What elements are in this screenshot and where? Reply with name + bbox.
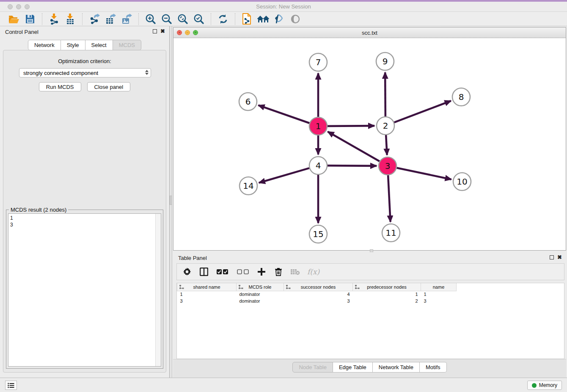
toolbar-separator	[211, 13, 211, 25]
zoom-selected-icon[interactable]	[193, 13, 205, 25]
select-all-icon[interactable]	[216, 267, 229, 277]
tab-mcds[interactable]: MCDS	[113, 40, 141, 50]
split-columns-icon[interactable]	[199, 267, 209, 277]
node-label-4: 4	[316, 160, 321, 171]
node-label-15: 15	[313, 229, 323, 239]
import-table-icon[interactable]	[64, 13, 77, 25]
column-type-icon	[286, 285, 291, 290]
network-graph-svg: 7968124314101511	[173, 39, 566, 250]
network-window-title: scc.txt	[173, 30, 566, 36]
hide-annotations-icon[interactable]	[273, 13, 286, 25]
column-header-shared-name[interactable]: shared name	[177, 283, 237, 291]
memory-status-icon	[532, 383, 537, 388]
node-label-7: 7	[316, 57, 321, 67]
select-stepper-icon	[145, 70, 149, 75]
table-panel-tabbar: Node TableEdge TableNetwork TableMotifs	[173, 362, 566, 373]
node-table[interactable]: shared nameMCDS rolesuccessor nodesprede…	[176, 283, 564, 359]
close-panel-icon[interactable]: ✖	[160, 29, 165, 33]
zoom-out-icon[interactable]	[160, 13, 173, 25]
column-header-predecessor-nodes[interactable]: predecessor nodes	[353, 283, 421, 291]
deselect-all-icon[interactable]	[236, 267, 250, 277]
optimization-criterion-select[interactable]: strongly connected component	[19, 68, 151, 77]
table-toolbar: f(x)	[176, 263, 564, 280]
memory-label: Memory	[539, 382, 557, 388]
node-table-header: shared nameMCDS rolesuccessor nodesprede…	[177, 283, 462, 291]
tab-select[interactable]: Select	[85, 40, 113, 50]
float-panel-icon[interactable]	[153, 29, 157, 33]
edge-2-8[interactable]	[394, 101, 451, 122]
edge-1-6[interactable]	[259, 105, 310, 123]
tab-node-table[interactable]: Node Table	[292, 362, 333, 373]
mcds-result-scrollbar[interactable]	[155, 214, 161, 366]
gear-icon[interactable]	[182, 267, 192, 277]
export-network-icon[interactable]	[88, 13, 101, 25]
main-toolbar	[0, 12, 567, 26]
edge-3-1[interactable]	[328, 132, 380, 161]
save-floppy-icon[interactable]	[24, 13, 36, 25]
mcds-result-group: MCDS result (2 nodes) 13	[6, 210, 163, 369]
node-label-14: 14	[243, 181, 253, 191]
table-row[interactable]: 1dominator411	[177, 291, 462, 298]
edge-3-11[interactable]	[388, 175, 391, 222]
export-table-icon[interactable]	[104, 13, 117, 25]
zoom-fit-icon[interactable]	[176, 13, 189, 25]
column-type-icon	[179, 285, 184, 290]
home-icon[interactable]	[257, 13, 270, 25]
toolbar-separator	[138, 13, 139, 25]
folder-open-icon[interactable]	[8, 13, 20, 25]
memory-button[interactable]: Memory	[527, 381, 562, 390]
node-label-3: 3	[385, 161, 391, 171]
control-panel: Control Panel ✖ NetworkStyleSelectMCDS O…	[0, 26, 170, 378]
column-header-MCDS-role[interactable]: MCDS role	[237, 283, 284, 291]
tab-motifs[interactable]: Motifs	[420, 362, 447, 373]
status-bar: Memory	[0, 378, 567, 392]
zoom-in-icon[interactable]	[144, 13, 157, 25]
node-label-8: 8	[459, 92, 464, 102]
column-header-name[interactable]: name	[421, 283, 457, 291]
edge-4-14[interactable]	[259, 168, 309, 183]
edge-2-3[interactable]	[386, 135, 387, 155]
tab-style[interactable]: Style	[61, 40, 85, 50]
edge-3-10[interactable]	[397, 168, 451, 179]
edge-4-3[interactable]	[328, 166, 377, 166]
table-row[interactable]: 3dominator323	[177, 298, 462, 304]
control-panel-title: Control Panel	[5, 29, 39, 35]
bird-view-icon[interactable]	[289, 13, 302, 25]
task-history-button[interactable]	[5, 381, 17, 390]
mcds-result-lines: 13	[10, 215, 159, 228]
column-header-successor-nodes[interactable]: successor nodes	[284, 283, 353, 291]
function-fx-icon: f(x)	[307, 268, 319, 276]
network-canvas[interactable]: 7968124314101511	[173, 39, 566, 250]
application-window: Session: New Session	[0, 0, 567, 392]
toolbar-separator	[42, 13, 42, 25]
network-from-selection-icon[interactable]	[241, 13, 253, 25]
edge-1-2[interactable]	[328, 126, 374, 126]
window-title: Session: New Session	[0, 3, 567, 10]
toolbar-separator	[235, 13, 235, 25]
tab-network-table[interactable]: Network Table	[373, 362, 420, 373]
run-mcds-button[interactable]: Run MCDS	[39, 82, 81, 91]
close-table-panel-icon[interactable]: ✖	[557, 255, 562, 259]
mcds-result-text[interactable]: 13	[8, 213, 161, 367]
node-label-1: 1	[316, 121, 321, 131]
export-image-icon[interactable]	[120, 13, 133, 25]
optimization-criterion-label: Optimization criterion:	[3, 58, 166, 64]
tab-edge-table[interactable]: Edge Table	[333, 362, 373, 373]
node-label-9: 9	[383, 56, 388, 66]
network-window-titlebar[interactable]: × – + scc.txt	[173, 28, 566, 38]
node-label-11: 11	[385, 228, 396, 238]
network-view-window[interactable]: × – + scc.txt 7968124314101511	[173, 27, 566, 251]
import-network-icon[interactable]	[48, 13, 61, 25]
right-area: × – + scc.txt 7968124314101511 Table Pan…	[172, 26, 567, 378]
node-label-10: 10	[457, 177, 467, 187]
float-table-panel-icon[interactable]	[550, 255, 554, 259]
close-panel-button[interactable]: Close panel	[87, 82, 131, 91]
title-bar[interactable]: Session: New Session	[0, 2, 567, 12]
edge-2-9[interactable]	[385, 72, 385, 116]
trash-icon[interactable]	[273, 267, 284, 277]
add-row-icon[interactable]	[256, 267, 267, 277]
refresh-icon[interactable]	[217, 13, 229, 25]
column-type-icon	[355, 285, 360, 290]
tab-network[interactable]: Network	[28, 40, 61, 50]
toolbar-separator	[82, 13, 83, 25]
